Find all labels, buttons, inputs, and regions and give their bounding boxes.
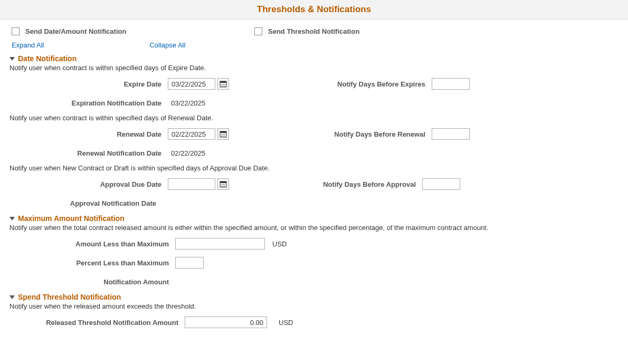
svg-point-21 [221, 186, 222, 187]
notification-amount-label: Notification Amount [9, 278, 175, 286]
notify-before-approval-label: Notify Days Before Approval [300, 180, 422, 188]
svg-point-11 [223, 134, 224, 135]
calendar-icon [220, 130, 227, 138]
send-threshold-label: Send Threshold Notification [268, 27, 359, 35]
expand-collapse-row: Expand All Collapse All [9, 41, 603, 49]
chevron-down-icon [9, 217, 15, 221]
svg-point-10 [221, 134, 222, 135]
content-area: Send Date/Amount Notification Send Thres… [0, 20, 612, 340]
notify-before-approval-input[interactable] [422, 178, 460, 190]
released-threshold-input[interactable] [185, 317, 267, 328]
svg-point-5 [221, 85, 222, 87]
chevron-down-icon [9, 295, 15, 299]
renewal-notification-date-row: Renewal Notification Date 02/22/2025 [9, 145, 603, 161]
calendar-icon [220, 180, 227, 188]
svg-point-14 [223, 136, 224, 137]
currency-label-2: USD [279, 319, 293, 327]
approval-due-date-input[interactable] [168, 178, 215, 190]
max-amount-title: Maximum Amount Notification [18, 214, 125, 223]
released-threshold-row: Released Threshold Notification Amount U… [9, 314, 603, 330]
max-amount-header[interactable]: Maximum Amount Notification [9, 214, 603, 223]
expiration-notification-date-label: Expiration Notification Date [9, 99, 168, 107]
svg-point-12 [224, 134, 225, 135]
date-notification-desc-2: Notify user when contract is within spec… [9, 114, 603, 122]
svg-point-22 [223, 186, 224, 187]
expire-date-input[interactable] [168, 78, 215, 90]
amount-less-max-input[interactable] [175, 238, 265, 250]
date-notification-title: Date Notification [18, 54, 77, 63]
renewal-notification-date-label: Renewal Notification Date [9, 149, 168, 157]
expiration-notification-date-value: 03/22/2025 [168, 99, 205, 107]
renewal-date-label: Renewal Date [9, 130, 168, 138]
collapse-all-link[interactable]: Collapse All [149, 41, 185, 49]
released-threshold-label: Released Threshold Notification Amount [9, 319, 185, 327]
svg-point-19 [223, 184, 224, 185]
percent-less-max-input[interactable] [175, 257, 204, 269]
date-notification-header[interactable]: Date Notification [9, 54, 603, 63]
renewal-date-calendar-button[interactable] [217, 128, 229, 140]
amount-less-max-label: Amount Less than Maximum [9, 240, 175, 248]
renewal-date-row: Renewal Date Notify Days Before Renewal [9, 126, 603, 142]
svg-point-23 [224, 186, 225, 187]
send-date-amount-checkbox[interactable] [12, 27, 20, 35]
svg-point-15 [224, 136, 225, 137]
svg-point-4 [224, 84, 225, 85]
approval-due-date-row: Approval Due Date Notify Days Before App… [9, 176, 603, 192]
svg-point-2 [221, 84, 222, 85]
svg-point-3 [223, 84, 224, 85]
expire-date-calendar-button[interactable] [217, 78, 229, 90]
notify-before-renewal-label: Notify Days Before Renewal [300, 130, 432, 138]
approval-due-date-label: Approval Due Date [9, 180, 168, 188]
svg-rect-17 [220, 181, 226, 183]
renewal-notification-date-value: 02/22/2025 [168, 149, 205, 157]
currency-label: USD [272, 240, 287, 248]
notification-amount-row: Notification Amount [9, 274, 603, 290]
spend-threshold-desc: Notify user when the released amount exc… [9, 302, 603, 310]
notification-checkbox-row: Send Date/Amount Notification Send Thres… [9, 26, 603, 37]
expire-date-row: Expire Date Notify Days Before Expires [9, 76, 603, 92]
date-notification-desc-1: Notify user when contract is within spec… [9, 64, 603, 72]
notify-before-expires-label: Notify Days Before Expires [300, 80, 432, 88]
notify-before-expires-input[interactable] [432, 78, 470, 90]
svg-point-6 [223, 85, 224, 87]
expand-all-link[interactable]: Expand All [12, 41, 44, 49]
renewal-date-input[interactable] [168, 128, 215, 140]
svg-rect-1 [220, 81, 226, 83]
max-amount-desc: Notify user when the total contract rele… [9, 224, 506, 232]
svg-point-20 [224, 184, 225, 185]
approval-due-date-calendar-button[interactable] [217, 178, 229, 190]
amount-less-max-row: Amount Less than Maximum USD [9, 236, 603, 252]
date-notification-desc-3: Notify user when New Contract or Draft i… [9, 164, 603, 172]
svg-rect-9 [220, 131, 226, 133]
page-title: Thresholds & Notifications [257, 4, 371, 15]
spend-threshold-header[interactable]: Spend Threshold Notification [9, 293, 603, 301]
svg-point-18 [221, 184, 222, 185]
svg-point-7 [224, 85, 225, 87]
percent-less-max-row: Percent Less than Maximum [9, 255, 603, 271]
chevron-down-icon [9, 57, 15, 61]
spend-threshold-title: Spend Threshold Notification [18, 293, 121, 301]
svg-point-13 [221, 136, 222, 137]
approval-notification-date-row: Approval Notification Date [9, 195, 603, 211]
page-header: Thresholds & Notifications [0, 0, 628, 20]
expire-date-label: Expire Date [9, 80, 168, 88]
notify-before-renewal-input[interactable] [432, 128, 470, 140]
expiration-notification-date-row: Expiration Notification Date 03/22/2025 [9, 95, 603, 111]
calendar-icon [220, 80, 227, 88]
approval-notification-date-label: Approval Notification Date [9, 199, 163, 207]
send-threshold-checkbox[interactable] [254, 27, 262, 35]
percent-less-max-label: Percent Less than Maximum [9, 259, 175, 267]
send-date-amount-label: Send Date/Amount Notification [25, 27, 126, 35]
